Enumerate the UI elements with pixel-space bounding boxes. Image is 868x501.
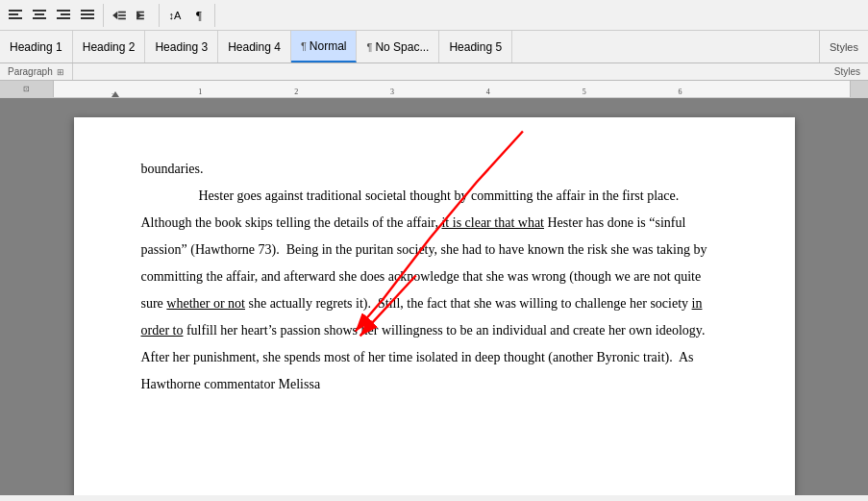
svg-rect-5 xyxy=(35,13,44,15)
svg-rect-14 xyxy=(81,17,94,19)
justify-btn[interactable] xyxy=(76,4,99,27)
heading1-label: Heading 1 xyxy=(10,40,62,54)
underline-whether: whether or not xyxy=(166,296,245,311)
indent-decrease-btn[interactable] xyxy=(108,4,131,27)
paragraph-main: Although the book skips telling the deta… xyxy=(141,210,718,398)
svg-rect-18 xyxy=(118,14,126,16)
heading5-label: Heading 5 xyxy=(449,40,502,54)
ruler-right-margin xyxy=(850,81,868,97)
paragraph-hester-intro: Hester goes against traditional societal… xyxy=(141,183,718,210)
style-heading1[interactable]: Heading 1 xyxy=(0,31,73,63)
paragraph-expand-icon[interactable]: ⊞ xyxy=(57,67,64,77)
heading2-label: Heading 2 xyxy=(83,40,136,54)
document-container: boundaries. Hester goes against traditio… xyxy=(0,98,868,495)
svg-rect-17 xyxy=(118,11,126,13)
no-spacing-para-mark: ¶ xyxy=(366,41,372,53)
svg-rect-13 xyxy=(81,13,94,15)
document-page: boundaries. Hester goes against traditio… xyxy=(74,117,795,495)
section-label-bar: Paragraph ⊞ Styles xyxy=(0,63,868,81)
svg-rect-1 xyxy=(9,13,18,15)
style-normal[interactable]: ¶ Normal xyxy=(291,31,358,63)
svg-rect-22 xyxy=(136,14,144,16)
style-heading3[interactable]: Heading 3 xyxy=(145,31,218,63)
sort-btn[interactable]: ↕A xyxy=(163,4,186,27)
align-right-btn[interactable] xyxy=(52,4,75,27)
svg-rect-4 xyxy=(33,10,46,12)
alignment-group xyxy=(4,4,104,27)
align-center-btn[interactable] xyxy=(28,4,51,27)
ruler-inner: . 1 2 3 4 5 6 xyxy=(112,81,850,97)
paragraph-toolbar: ↕A ¶ xyxy=(0,0,868,31)
style-heading2[interactable]: Heading 2 xyxy=(73,31,146,63)
svg-marker-16 xyxy=(112,11,117,19)
styles-section-label: Styles xyxy=(819,31,868,63)
svg-rect-23 xyxy=(136,17,144,19)
heading3-label: Heading 3 xyxy=(155,40,208,54)
svg-rect-12 xyxy=(81,10,94,12)
underline-clear: it is clear that what xyxy=(441,215,544,230)
no-spacing-label: No Spac... xyxy=(375,40,429,54)
indent-increase-btn[interactable] xyxy=(132,4,155,27)
align-left-btn[interactable] xyxy=(4,4,27,27)
normal-label: Normal xyxy=(310,39,347,53)
style-heading5[interactable]: Heading 5 xyxy=(439,31,512,63)
list-group: ↕A ¶ xyxy=(163,4,215,27)
ruler: ⊡ . 1 2 3 4 5 6 xyxy=(0,81,868,98)
svg-rect-6 xyxy=(33,17,46,19)
svg-rect-21 xyxy=(136,11,144,13)
normal-para-mark: ¶ xyxy=(301,40,307,52)
svg-rect-9 xyxy=(61,13,70,15)
heading4-label: Heading 4 xyxy=(228,40,281,54)
svg-rect-2 xyxy=(9,17,22,19)
ruler-indent-marker xyxy=(112,91,119,97)
styles-section-right-label: Styles xyxy=(827,63,868,80)
svg-rect-8 xyxy=(57,10,70,12)
svg-rect-0 xyxy=(9,10,22,12)
paragraph-section-label: Paragraph ⊞ xyxy=(0,63,73,80)
show-formatting-btn[interactable]: ¶ xyxy=(187,4,211,27)
svg-rect-19 xyxy=(118,17,126,19)
svg-rect-10 xyxy=(57,17,70,19)
indent-group xyxy=(108,4,160,27)
ruler-left-margin: ⊡ xyxy=(23,85,30,93)
style-no-spacing[interactable]: ¶ No Spac... xyxy=(357,31,439,63)
style-heading4[interactable]: Heading 4 xyxy=(218,31,291,63)
paragraph-boundaries: boundaries. xyxy=(141,156,718,183)
styles-ribbon: Heading 1 Heading 2 Heading 3 Heading 4 … xyxy=(0,31,868,63)
